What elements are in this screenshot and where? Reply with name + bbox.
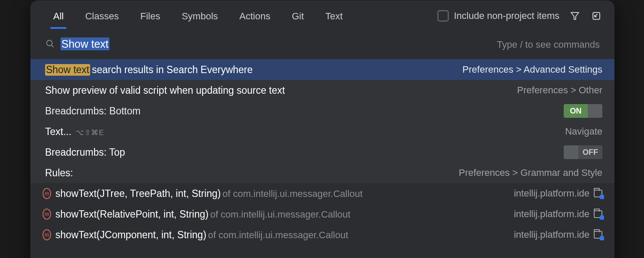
tab-classes[interactable]: Classes [74,3,129,29]
search-row: Show text Type / to see commands [30,32,614,59]
tab-git[interactable]: Git [281,3,315,29]
result-title: Show preview of valid script when updati… [45,85,285,96]
toggle-knob-icon [564,145,578,159]
include-non-project-label: Include non-project items [454,10,559,22]
result-location: Preferences > Other [517,85,602,96]
symbol-owner: of com.intellij.ui.messager.Callout [222,188,362,200]
library-folder-icon [594,230,602,239]
library-folder-icon [594,189,602,198]
method-icon: m [43,210,51,218]
tab-actions[interactable]: Actions [229,3,281,29]
method-icon: m [43,230,51,239]
library-folder-icon [594,210,602,218]
result-location: Navigate [565,126,602,137]
result-title: Breadcrumbs: Top [45,147,125,158]
result-row[interactable]: Show preview of valid script when updati… [30,80,614,101]
keyboard-shortcut: ⌥⇧⌘E [76,128,104,137]
pin-popup-icon[interactable] [590,10,602,22]
search-icon [45,39,55,51]
search-hint: Type / to see commands [497,39,600,50]
toggle-off[interactable]: OFF [564,145,602,159]
tab-all[interactable]: All [43,3,74,29]
match-highlight: Show text [45,64,90,76]
symbol-owner: of com.intellij.ui.messager.Callout [208,230,348,241]
result-row[interactable]: m showText(RelativePoint, int, String) o… [30,204,614,224]
toggle-label: OFF [578,145,602,159]
result-location: Preferences > Advanced Settings [462,64,602,75]
tab-text[interactable]: Text [315,3,353,29]
result-row[interactable]: Rules: Preferences > Grammar and Style [30,163,614,183]
search-everywhere-popup: All Classes Files Symbols Actions Git Te… [30,0,615,258]
symbol-signature: showText(JComponent, int, String) [55,229,207,241]
module-name: intellij.platform.ide [514,229,589,240]
tab-files[interactable]: Files [130,3,171,29]
result-title: Rules: [45,167,73,179]
result-row[interactable]: Show text search results in Search Every… [30,59,614,80]
symbol-owner: of com.intellij.ui.messager.Callout [210,209,350,220]
result-title: Breadcrumbs: Bottom [45,105,140,117]
svg-point-3 [47,40,52,46]
search-input[interactable]: Show text [61,36,491,53]
checkbox-box-icon [437,10,449,22]
search-input-text: Show text [61,37,109,50]
result-row[interactable]: Text... ⌥⇧⌘E Navigate [30,121,614,142]
result-location: Preferences > Grammar and Style [459,167,602,178]
symbol-signature: showText(RelativePoint, int, String) [55,209,209,220]
filter-icon[interactable] [569,10,581,22]
results-list: Show text search results in Search Every… [30,59,614,258]
result-title: Text... [45,126,71,138]
include-non-project-checkbox[interactable]: Include non-project items [437,10,559,22]
toggle-on[interactable]: ON [564,104,602,118]
result-row[interactable]: Breadcrumbs: Bottom ON [30,101,614,121]
module-name: intellij.platform.ide [514,188,589,199]
svg-marker-0 [571,12,579,19]
tab-bar: All Classes Files Symbols Actions Git Te… [30,0,614,32]
svg-line-4 [52,45,53,47]
symbol-signature: showText(JTree, TreePath, int, String) [55,188,221,200]
module-name: intellij.platform.ide [514,209,589,220]
result-title: search results in Search Everywhere [92,64,253,76]
toggle-label: ON [564,104,588,118]
result-row[interactable]: Breadcrumbs: Top OFF [30,142,614,163]
method-icon: m [43,189,51,198]
svg-rect-1 [593,12,600,19]
toggle-knob-icon [588,104,602,118]
result-row[interactable]: m showText(JComponent, int, String) of c… [30,224,614,245]
result-row[interactable]: m showText(JTree, TreePath, int, String)… [30,183,614,204]
tab-symbols[interactable]: Symbols [171,3,228,29]
